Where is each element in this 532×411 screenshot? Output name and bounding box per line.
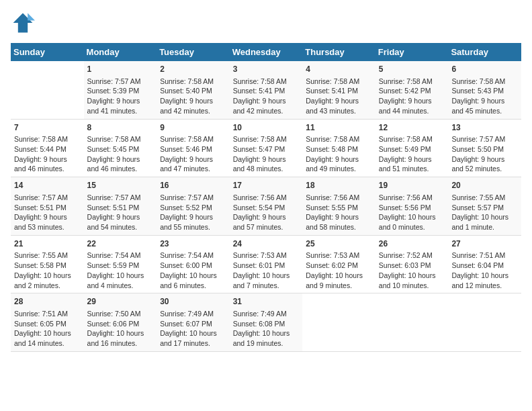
day-info: Sunset: 6:07 PM bbox=[160, 319, 226, 329]
day-info: and 10 minutes. bbox=[379, 281, 445, 291]
calendar-week-row: 14Sunrise: 7:57 AMSunset: 5:51 PMDayligh… bbox=[11, 177, 521, 236]
day-info: Sunrise: 7:49 AM bbox=[233, 309, 300, 319]
day-info: and 41 minutes. bbox=[87, 106, 154, 116]
day-info: Sunset: 5:41 PM bbox=[233, 86, 300, 96]
day-info: Daylight: 9 hours bbox=[87, 212, 154, 222]
day-number: 24 bbox=[233, 238, 300, 250]
day-number: 22 bbox=[87, 238, 154, 250]
day-info: Sunrise: 7:58 AM bbox=[451, 77, 518, 87]
calendar-cell: 20Sunrise: 7:55 AMSunset: 5:57 PMDayligh… bbox=[448, 177, 521, 236]
day-number: 17 bbox=[233, 180, 300, 191]
day-number: 3 bbox=[233, 64, 300, 75]
day-info: Sunset: 6:04 PM bbox=[451, 261, 518, 271]
day-info: and 47 minutes. bbox=[160, 164, 226, 174]
calendar-cell: 30Sunrise: 7:49 AMSunset: 6:07 PMDayligh… bbox=[157, 293, 230, 352]
day-info: Sunset: 5:55 PM bbox=[306, 203, 372, 213]
day-info: and 14 minutes. bbox=[14, 338, 81, 349]
calendar-cell: 18Sunrise: 7:56 AMSunset: 5:55 PMDayligh… bbox=[302, 177, 375, 236]
day-info: Daylight: 9 hours bbox=[451, 154, 518, 165]
day-info: Sunrise: 7:51 AM bbox=[451, 250, 518, 261]
calendar-cell: 11Sunrise: 7:58 AMSunset: 5:48 PMDayligh… bbox=[302, 119, 375, 177]
day-number: 1 bbox=[87, 64, 154, 75]
calendar-header-row: SundayMondayTuesdayWednesdayThursdayFrid… bbox=[11, 43, 521, 61]
day-number: 5 bbox=[379, 64, 445, 75]
day-info: Sunrise: 7:53 AM bbox=[306, 250, 372, 261]
day-number: 4 bbox=[306, 64, 372, 75]
day-info: Sunset: 6:06 PM bbox=[87, 319, 154, 329]
day-info: Sunrise: 7:52 AM bbox=[379, 250, 445, 261]
day-info: Sunset: 6:08 PM bbox=[233, 319, 300, 329]
calendar-cell: 25Sunrise: 7:53 AMSunset: 6:02 PMDayligh… bbox=[302, 235, 375, 293]
day-info: Sunset: 5:39 PM bbox=[87, 86, 154, 96]
day-info: and 43 minutes. bbox=[306, 106, 372, 116]
day-info: Sunrise: 7:58 AM bbox=[306, 77, 372, 87]
day-info: Sunset: 5:56 PM bbox=[379, 203, 445, 213]
day-info: and 53 minutes. bbox=[14, 222, 81, 232]
day-info: Sunset: 5:41 PM bbox=[306, 86, 372, 96]
day-info: and 45 minutes. bbox=[451, 106, 518, 116]
day-info: Sunrise: 7:58 AM bbox=[160, 77, 226, 87]
day-number: 15 bbox=[87, 180, 154, 191]
day-info: Daylight: 9 hours bbox=[233, 154, 300, 165]
day-header-thursday: Thursday bbox=[302, 43, 375, 61]
day-info: Sunset: 5:49 PM bbox=[379, 144, 445, 154]
day-info: and 55 minutes. bbox=[160, 222, 226, 232]
day-info: and 1 minute. bbox=[451, 222, 518, 232]
day-info: Daylight: 9 hours bbox=[87, 96, 154, 106]
day-number: 21 bbox=[14, 238, 81, 250]
day-info: Daylight: 9 hours bbox=[160, 154, 226, 165]
day-number: 2 bbox=[160, 64, 226, 75]
calendar-cell: 16Sunrise: 7:57 AMSunset: 5:52 PMDayligh… bbox=[157, 177, 230, 236]
day-info: and 49 minutes. bbox=[306, 164, 372, 174]
day-number: 12 bbox=[379, 122, 445, 134]
calendar-week-row: 7Sunrise: 7:58 AMSunset: 5:44 PMDaylight… bbox=[11, 119, 521, 177]
day-header-saturday: Saturday bbox=[448, 43, 521, 61]
day-info: and 6 minutes. bbox=[160, 281, 226, 291]
day-info: and 54 minutes. bbox=[87, 222, 154, 232]
day-info: Daylight: 10 hours bbox=[306, 271, 372, 281]
calendar-cell: 8Sunrise: 7:58 AMSunset: 5:45 PMDaylight… bbox=[84, 119, 157, 177]
calendar-cell: 13Sunrise: 7:57 AMSunset: 5:50 PMDayligh… bbox=[448, 119, 521, 177]
calendar-cell: 23Sunrise: 7:54 AMSunset: 6:00 PMDayligh… bbox=[157, 235, 230, 293]
calendar-week-row: 28Sunrise: 7:51 AMSunset: 6:05 PMDayligh… bbox=[11, 293, 521, 352]
day-info: Daylight: 10 hours bbox=[160, 271, 226, 281]
day-info: Daylight: 10 hours bbox=[87, 271, 154, 281]
day-info: and 46 minutes. bbox=[14, 164, 81, 174]
day-number: 30 bbox=[160, 296, 226, 308]
day-number: 13 bbox=[451, 122, 518, 134]
day-info: Daylight: 9 hours bbox=[160, 212, 226, 222]
day-info: Daylight: 9 hours bbox=[306, 212, 372, 222]
day-info: Sunrise: 7:57 AM bbox=[14, 193, 81, 203]
day-info: Sunrise: 7:54 AM bbox=[87, 250, 154, 261]
day-info: Sunrise: 7:57 AM bbox=[87, 193, 154, 203]
calendar-cell: 6Sunrise: 7:58 AMSunset: 5:43 PMDaylight… bbox=[448, 61, 521, 119]
day-info: Sunrise: 7:50 AM bbox=[87, 309, 154, 319]
day-info: and 17 minutes. bbox=[160, 338, 226, 349]
day-number: 10 bbox=[233, 122, 300, 134]
day-info: Sunrise: 7:58 AM bbox=[379, 134, 445, 144]
day-info: Daylight: 9 hours bbox=[14, 212, 81, 222]
day-info: Sunrise: 7:58 AM bbox=[160, 134, 226, 144]
day-info: Sunrise: 7:57 AM bbox=[87, 77, 154, 87]
calendar-week-row: 1Sunrise: 7:57 AMSunset: 5:39 PMDaylight… bbox=[11, 61, 521, 119]
day-info: Daylight: 10 hours bbox=[233, 328, 300, 338]
calendar-cell: 3Sunrise: 7:58 AMSunset: 5:41 PMDaylight… bbox=[230, 61, 303, 119]
day-number: 9 bbox=[160, 122, 226, 134]
day-number: 18 bbox=[306, 180, 372, 191]
logo bbox=[11, 11, 38, 35]
day-info: Sunset: 5:48 PM bbox=[306, 144, 372, 154]
day-number: 19 bbox=[379, 180, 445, 191]
day-info: Sunrise: 7:58 AM bbox=[233, 134, 300, 144]
day-number: 8 bbox=[87, 122, 154, 134]
calendar-cell: 29Sunrise: 7:50 AMSunset: 6:06 PMDayligh… bbox=[84, 293, 157, 352]
day-info: and 46 minutes. bbox=[87, 164, 154, 174]
day-info: Sunrise: 7:51 AM bbox=[14, 309, 81, 319]
calendar-cell: 27Sunrise: 7:51 AMSunset: 6:04 PMDayligh… bbox=[448, 235, 521, 293]
day-info: Sunset: 5:51 PM bbox=[87, 203, 154, 213]
day-info: and 19 minutes. bbox=[233, 338, 300, 349]
day-info: and 57 minutes. bbox=[233, 222, 300, 232]
day-info: Sunset: 5:44 PM bbox=[14, 144, 81, 154]
day-info: Daylight: 9 hours bbox=[87, 154, 154, 165]
day-info: Daylight: 9 hours bbox=[379, 96, 445, 106]
calendar-cell: 7Sunrise: 7:58 AMSunset: 5:44 PMDaylight… bbox=[11, 119, 84, 177]
